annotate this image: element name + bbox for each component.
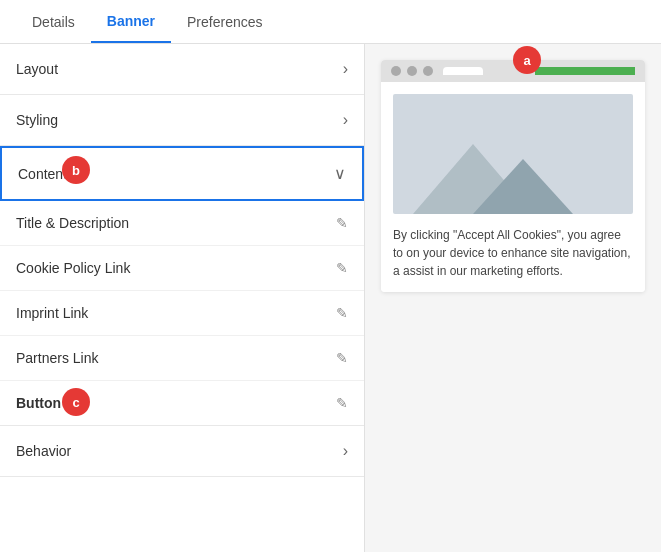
browser-tab <box>443 67 483 75</box>
accordion-behavior-label: Behavior <box>16 443 71 459</box>
badge-a: a <box>513 46 541 74</box>
content-sub-items: Title & Description ✎ Cookie Policy Link… <box>0 201 364 425</box>
edit-title-icon[interactable]: ✎ <box>336 215 348 231</box>
edit-button-set-icon[interactable]: ✎ <box>336 395 348 411</box>
accordion-layout-label: Layout <box>16 61 58 77</box>
browser-dot-1 <box>391 66 401 76</box>
sub-item-partners-link[interactable]: Partners Link ✎ <box>0 336 364 381</box>
accordion-behavior-header[interactable]: Behavior › <box>0 426 364 476</box>
cookie-banner-text: By clicking "Accept All Cookies", you ag… <box>393 226 633 280</box>
image-placeholder <box>393 94 633 214</box>
chevron-content-icon: ∨ <box>334 164 346 183</box>
browser-content: By clicking "Accept All Cookies", you ag… <box>381 82 645 292</box>
accordion-content-header[interactable]: Content ∨ <box>0 146 364 201</box>
accordion-styling: Styling › <box>0 95 364 146</box>
left-panel: Layout › Styling › Content ∨ b Title & D… <box>0 44 365 552</box>
sub-item-cookie-policy-label: Cookie Policy Link <box>16 260 130 276</box>
edit-cookie-icon[interactable]: ✎ <box>336 260 348 276</box>
edit-imprint-icon[interactable]: ✎ <box>336 305 348 321</box>
accordion-behavior: Behavior › <box>0 426 364 477</box>
browser-dot-2 <box>407 66 417 76</box>
tab-details[interactable]: Details <box>16 2 91 42</box>
sub-item-imprint-link-label: Imprint Link <box>16 305 88 321</box>
sub-item-partners-link-label: Partners Link <box>16 350 98 366</box>
tab-preferences[interactable]: Preferences <box>171 2 278 42</box>
browser-mockup: By clicking "Accept All Cookies", you ag… <box>381 60 645 292</box>
edit-partners-icon[interactable]: ✎ <box>336 350 348 366</box>
green-address-bar <box>535 67 635 75</box>
sub-item-cookie-policy[interactable]: Cookie Policy Link ✎ <box>0 246 364 291</box>
accordion-content: Content ∨ b Title & Description ✎ Cookie… <box>0 146 364 426</box>
sub-item-title-description-label: Title & Description <box>16 215 129 231</box>
mountain-right-shape <box>473 159 573 214</box>
main-layout: Layout › Styling › Content ∨ b Title & D… <box>0 44 661 552</box>
accordion-content-label: Content <box>18 166 67 182</box>
sub-item-title-description[interactable]: Title & Description ✎ <box>0 201 364 246</box>
accordion-layout: Layout › <box>0 44 364 95</box>
tab-bar: Details Banner Preferences <box>0 0 661 44</box>
badge-b: b <box>62 156 90 184</box>
chevron-styling-icon: › <box>343 111 348 129</box>
accordion-layout-header[interactable]: Layout › <box>0 44 364 94</box>
tab-banner[interactable]: Banner <box>91 1 171 43</box>
badge-c: c <box>62 388 90 416</box>
chevron-behavior-icon: › <box>343 442 348 460</box>
browser-dot-3 <box>423 66 433 76</box>
accordion-styling-header[interactable]: Styling › <box>0 95 364 145</box>
right-panel: By clicking "Accept All Cookies", you ag… <box>365 44 661 552</box>
chevron-layout-icon: › <box>343 60 348 78</box>
accordion-styling-label: Styling <box>16 112 58 128</box>
sub-item-button-set[interactable]: Button Set ✎ c <box>0 381 364 425</box>
sub-item-imprint-link[interactable]: Imprint Link ✎ <box>0 291 364 336</box>
